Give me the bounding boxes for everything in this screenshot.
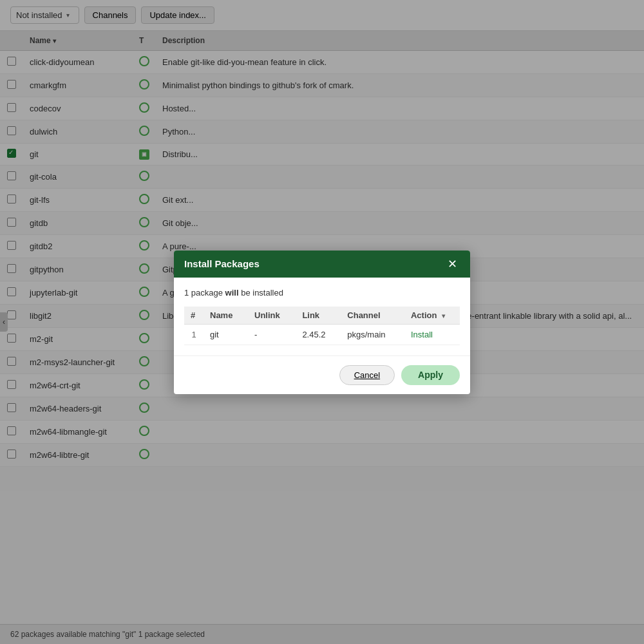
pkg-row-unlink: - — [248, 324, 296, 345]
col-channel: Channel — [341, 307, 404, 325]
col-pkg-name: Name — [204, 307, 248, 325]
install-table-row: 1git-2.45.2pkgs/mainInstall — [184, 324, 460, 345]
cancel-button[interactable]: Cancel — [339, 365, 395, 385]
col-unlink: Unlink — [248, 307, 296, 325]
install-packages-modal: Install Packages ✕ 1 package will be ins… — [174, 251, 470, 394]
modal-close-button[interactable]: ✕ — [445, 258, 460, 270]
modal-overlay: Install Packages ✕ 1 package will be ins… — [0, 0, 644, 467]
action-sort-icon[interactable]: ▾ — [442, 312, 445, 319]
pkg-row-link: 2.45.2 — [296, 324, 341, 345]
modal-title: Install Packages — [184, 258, 260, 269]
modal-header: Install Packages ✕ — [174, 251, 470, 278]
modal-body: 1 package will be installed # Name Unlin… — [174, 278, 470, 355]
pkg-row-action: Install — [404, 324, 460, 345]
col-num: # — [184, 307, 204, 325]
modal-footer: Cancel Apply — [174, 355, 470, 394]
pkg-row-name: git — [204, 324, 248, 345]
pkg-row-channel: pkgs/main — [341, 324, 404, 345]
apply-button[interactable]: Apply — [401, 365, 460, 385]
install-table-header: # Name Unlink Link Channel Action ▾ — [184, 307, 460, 325]
install-table: # Name Unlink Link Channel Action ▾ 1git… — [184, 307, 460, 345]
modal-info-text: 1 package will be installed — [184, 288, 460, 298]
pkg-row-num: 1 — [184, 324, 204, 345]
col-link: Link — [296, 307, 341, 325]
col-action: Action ▾ — [404, 307, 460, 325]
